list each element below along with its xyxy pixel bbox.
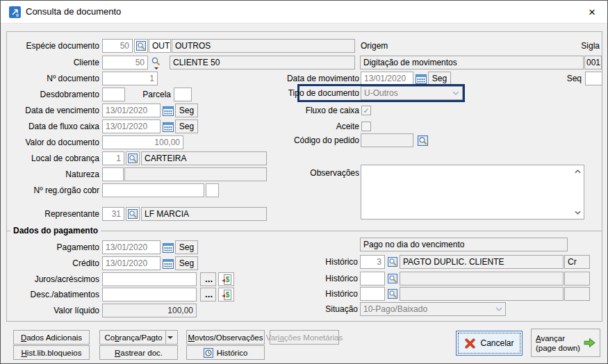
credito-field[interactable]: 13/01/2020 <box>102 256 161 270</box>
dialog-title: Consulta de documento <box>26 6 121 17</box>
codigo-pedido-label: Código do pedido <box>265 133 359 147</box>
dados-adicionais-button[interactable]: Dados Adicionais <box>13 330 90 345</box>
seq-field[interactable] <box>585 72 602 85</box>
credito-label: Crédito <box>1 256 99 270</box>
juros-field[interactable] <box>102 272 197 286</box>
representante-search-icon[interactable] <box>126 207 140 221</box>
desc-abatimentos-label: Desc./abatimentos <box>1 288 99 301</box>
credito-calendar-icon[interactable] <box>161 256 174 270</box>
credito-weekday: Seg <box>175 256 198 270</box>
local-cobranca-search-icon[interactable] <box>126 151 140 165</box>
reg-orgao-field[interactable] <box>102 183 204 197</box>
variacoes-monetarias-button: Variações Monetárias <box>270 330 339 345</box>
scroll-down-icon[interactable] <box>573 208 583 217</box>
valor-documento-field[interactable]: 100,00 <box>102 135 183 149</box>
pagamento-field[interactable]: 13/01/2020 <box>102 240 161 254</box>
origem-field: Digitação de movimentos <box>360 56 584 69</box>
pagamento-label: Pagamento <box>1 240 99 254</box>
tipo-documento-label: Tipo de documento <box>286 86 359 100</box>
app-icon <box>9 6 21 18</box>
hist-lib-bloqueios-button[interactable]: Hist.lib.bloqueios <box>13 345 90 360</box>
reg-orgao-extra-field[interactable] <box>206 183 219 197</box>
historico1-code-field[interactable]: 3 <box>360 255 385 269</box>
cliente-dropdown-icon[interactable] <box>154 67 158 69</box>
close-icon[interactable]: × <box>583 4 601 21</box>
movtos-observacoes-button[interactable]: Movtos/Observações <box>186 330 265 345</box>
data-movimento-label: Data de movimento <box>265 72 359 85</box>
data-vencimento-weekday: Seg <box>175 104 198 117</box>
especie-search-icon[interactable] <box>134 39 148 53</box>
tipo-documento-combobox: U-Outros <box>361 86 463 100</box>
data-vencimento-label: Data de vencimento <box>1 104 99 117</box>
historico1-label: Histórico <box>299 255 358 269</box>
cobranca-pagto-dropdown-icon[interactable] <box>165 331 174 344</box>
situacao-combobox: 10-Pago/Baixado <box>360 302 506 316</box>
svg-text:$: $ <box>225 276 229 283</box>
situacao-value: 10-Pago/Baixado <box>363 304 427 314</box>
cliente-search-icon[interactable] <box>151 56 161 69</box>
historico2-search-icon[interactable] <box>386 272 399 285</box>
representante-label: Representante <box>1 207 99 221</box>
especie-code-field[interactable]: 50 <box>102 39 133 53</box>
cliente-code-field[interactable]: 50 <box>102 56 148 69</box>
historico3-search-icon[interactable] <box>386 288 399 300</box>
data-movimento-field[interactable]: 13/01/2020 <box>361 72 413 85</box>
data-fluxo-calendar-icon[interactable] <box>161 119 174 133</box>
historico3-name-field <box>400 287 564 301</box>
desc-abatimentos-field[interactable] <box>102 288 197 301</box>
codigo-pedido-search-icon[interactable] <box>416 133 429 147</box>
especie-name-field: OUTROS <box>172 39 355 53</box>
data-fluxo-label: Data de fluxo caixa <box>1 119 99 133</box>
desc-abatimentos-more-button[interactable]: ... <box>200 288 216 301</box>
historico2-label: Histórico <box>299 272 358 286</box>
desc-abatimentos-money-doc-icon[interactable]: $ <box>218 288 234 301</box>
sigla-label: Sigla <box>558 39 600 53</box>
natureza-name-field <box>124 167 267 181</box>
historico2-name-field <box>400 272 564 286</box>
data-vencimento-field[interactable]: 13/01/2020 <box>102 104 161 117</box>
historico3-code-field[interactable] <box>360 287 385 301</box>
tipo-documento-value: U-Outros <box>364 88 398 98</box>
pagamento-weekday: Seg <box>175 240 198 254</box>
historico2-code-field[interactable] <box>360 272 385 286</box>
historico-button[interactable]: Histórico <box>186 345 265 360</box>
natureza-code-field[interactable] <box>102 167 124 181</box>
local-cobranca-code-field[interactable]: 1 <box>102 151 124 165</box>
desdobramento-label: Desdobramento <box>1 88 99 101</box>
representante-code-field[interactable]: 31 <box>102 207 124 221</box>
fluxo-caixa-label: Fluxo de caixa <box>265 104 359 117</box>
historico1-search-icon[interactable] <box>386 256 399 268</box>
cobranca-pagto-button[interactable]: Cobrança/Pagto <box>99 330 178 345</box>
parcela-field[interactable] <box>174 88 192 101</box>
especie-label: Espécie documento <box>1 39 99 53</box>
cancelar-button[interactable]: Cancelar <box>456 331 523 356</box>
valor-documento-label: Valor do documento <box>1 135 99 149</box>
juros-more-button[interactable]: ... <box>200 272 216 286</box>
historico2-tag-field <box>564 272 590 286</box>
data-fluxo-field[interactable]: 13/01/2020 <box>102 119 161 133</box>
seq-label: Seq <box>543 72 582 85</box>
sigla-field: 001 <box>584 56 602 69</box>
juros-money-doc-icon[interactable]: $ <box>218 272 234 286</box>
aceite-checkbox <box>361 122 371 131</box>
local-cobranca-label: Local de cobrança <box>1 151 99 165</box>
num-documento-label: Nº documento <box>1 72 99 85</box>
cliente-name-field: CLIENTE 50 <box>170 56 355 69</box>
cliente-label: Cliente <box>1 56 99 69</box>
pagamento-section-title: Dados do pagamento <box>10 226 101 235</box>
historico3-tag-field <box>564 287 590 301</box>
rastrear-doc-button[interactable]: Rastrear doc. <box>99 345 178 360</box>
data-vencimento-calendar-icon[interactable] <box>161 104 174 117</box>
avancar-button[interactable]: Avançar (page down) <box>531 329 600 357</box>
historico3-label: Histórico <box>299 287 358 301</box>
observacoes-label: Observações <box>265 166 359 180</box>
valor-liquido-field: 100,00 <box>102 304 197 317</box>
historico1-tag-field: Cr <box>564 255 590 269</box>
data-movimento-calendar-icon[interactable] <box>414 72 427 85</box>
pagamento-calendar-icon[interactable] <box>161 240 174 254</box>
scroll-up-icon[interactable] <box>573 167 583 176</box>
observacoes-textarea[interactable] <box>361 165 584 220</box>
num-documento-field[interactable]: 1 <box>102 72 158 85</box>
parcela-label: Parcela <box>112 88 171 101</box>
data-movimento-weekday: Seg <box>428 72 451 85</box>
